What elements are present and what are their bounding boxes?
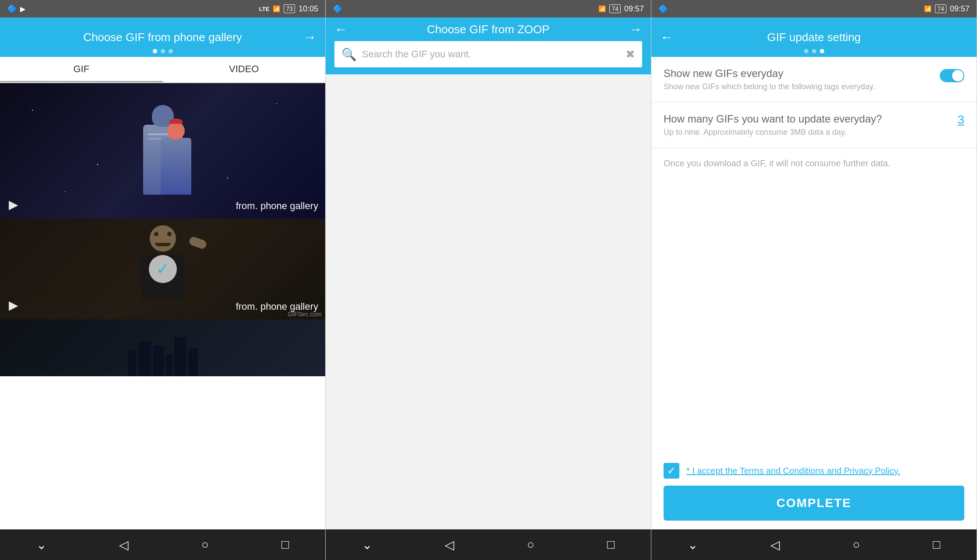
info-text: Once you download a GIF, it will not con…	[651, 148, 977, 179]
nav-recent-1[interactable]: □	[281, 538, 289, 552]
nav-chevron-2[interactable]: ⌄	[362, 538, 372, 552]
nav-recent-3[interactable]: □	[933, 538, 940, 552]
nav-chevron-3[interactable]: ⌄	[688, 538, 698, 552]
panel-gallery: 🔷 ▶ LTE 📶 73 10:05 Choose GIF from phone…	[0, 0, 326, 560]
nav-chevron-1[interactable]: ⌄	[36, 538, 46, 552]
forward-arrow-1[interactable]: →	[303, 30, 316, 45]
status-bar-2: 🔷 📶 74 09:57	[326, 0, 651, 18]
app-bar-1: Choose GIF from phone gallery →	[0, 18, 325, 57]
settings-footer: ✓ * I accept the Terms and Conditions an…	[651, 454, 977, 529]
bottom-nav-1: ⌄ ◁ ○ □	[0, 529, 325, 560]
app-icon-1: 🔷	[7, 4, 17, 14]
dot-1-2	[161, 49, 165, 53]
terms-label[interactable]: * I accept the Terms and Conditions and …	[686, 466, 900, 476]
terms-checkbox[interactable]: ✓	[664, 463, 679, 479]
setting-subtitle-how-many: Up to nine. Approximately consume 3MB da…	[664, 128, 882, 137]
signal-1: 📶	[273, 5, 280, 12]
status-bar-3: 🔷 📶 74 09:57	[651, 0, 977, 18]
page-dots-3	[804, 49, 824, 53]
app-icon-3: 🔷	[658, 4, 668, 14]
nav-back-3[interactable]: ◁	[770, 538, 780, 552]
nav-back-1[interactable]: ◁	[119, 538, 129, 552]
panel-zoop: 🔷 📶 74 09:57 ← Choose GIF from ZOOP → 🔍 …	[326, 0, 651, 560]
signal-2: 📶	[598, 5, 606, 12]
search-icon: 🔍	[341, 47, 357, 62]
search-results	[326, 74, 651, 529]
setting-text-show-gifs: Show new GIFs everyday Show new GIFs whi…	[664, 67, 875, 91]
char2	[161, 138, 191, 195]
gallery-bg-3	[0, 319, 325, 376]
tab-gif[interactable]: GIF	[0, 57, 163, 82]
nav-home-3[interactable]: ○	[853, 538, 860, 552]
search-bar-container: 🔍 Search the GIF you want. ✖	[326, 41, 651, 74]
back-arrow-3[interactable]: ←	[660, 30, 673, 45]
dot-2-3	[494, 47, 499, 52]
forward-arrow-2[interactable]: →	[629, 22, 642, 37]
back-arrow-2[interactable]: ←	[334, 22, 348, 37]
nav-back-2[interactable]: ◁	[445, 538, 454, 552]
gallery-item-1[interactable]: ▶ from. phone gallery	[0, 83, 325, 219]
tab-video[interactable]: VIDEO	[163, 57, 326, 82]
battery-2: 74	[609, 4, 621, 13]
nav-recent-2[interactable]: □	[607, 538, 615, 552]
char2-head	[167, 122, 185, 140]
terms-row: ✓ * I accept the Terms and Conditions an…	[664, 463, 964, 479]
toggle-show-gifs[interactable]	[940, 69, 964, 82]
watermark: GIFSec.com	[288, 311, 322, 318]
gallery-content: ▶ from. phone gallery	[0, 83, 325, 529]
char2-body	[161, 138, 191, 195]
gallery-item-2[interactable]: ✓ ▶ from. phone gallery GIFSec.com	[0, 219, 325, 319]
page-dots-2	[478, 47, 499, 52]
bottom-nav-2: ⌄ ◁ ○ □	[326, 529, 651, 560]
battery-1: 73	[284, 4, 295, 13]
app-bar-3: ← GIF update setting	[651, 18, 977, 57]
gallery-label-1: from. phone gallery	[236, 200, 318, 212]
time-1: 10:05	[299, 4, 318, 14]
setting-row-how-many: How many GIFs you want to update everyda…	[651, 102, 977, 148]
nav-home-1[interactable]: ○	[201, 538, 209, 552]
complete-button[interactable]: COMPLETE	[664, 486, 964, 521]
play-button-1[interactable]: ▶	[9, 197, 18, 212]
tabs-1: GIF VIDEO	[0, 57, 325, 83]
setting-value-how-many[interactable]: 3	[957, 113, 964, 127]
gallery-item-3[interactable]	[0, 319, 325, 376]
app-bar-title-2: Choose GIF from ZOOP	[326, 23, 651, 36]
network-type-1: LTE	[259, 6, 270, 12]
app-icon-2: 🔷	[333, 4, 342, 14]
toggle-knob	[952, 70, 963, 81]
dot-2-1	[478, 47, 483, 52]
gallery-bg-1	[0, 83, 325, 219]
dot-3-3	[820, 49, 824, 53]
settings-spacer	[651, 179, 977, 454]
setting-title-show-gifs: Show new GIFs everyday	[664, 67, 875, 80]
time-3: 09:57	[950, 4, 970, 14]
app-bar-2: ← Choose GIF from ZOOP → 🔍 Search the GI…	[326, 18, 651, 74]
status-left-3: 🔷	[658, 4, 668, 14]
play-button-2[interactable]: ▶	[9, 298, 18, 312]
setting-title-how-many: How many GIFs you want to update everyda…	[664, 113, 882, 125]
dot-3-2	[812, 49, 816, 53]
bottom-nav-3: ⌄ ◁ ○ □	[651, 529, 977, 560]
app-bar-title-1: Choose GIF from phone gallery	[0, 31, 325, 44]
app-bar-title-3: GIF update setting	[651, 31, 977, 44]
dot-2-2	[486, 47, 491, 52]
panel-settings: 🔷 📶 74 09:57 ← GIF update setting Show n…	[651, 0, 977, 560]
dot-3-1	[804, 49, 808, 53]
settings-content: Show new GIFs everyday Show new GIFs whi…	[651, 57, 977, 529]
signal-3: 📶	[924, 5, 931, 12]
selected-check: ✓	[149, 255, 177, 283]
setting-subtitle-show-gifs: Show new GIFs which belong to the follow…	[664, 82, 875, 91]
dot-1-3	[169, 49, 173, 53]
setting-text-how-many: How many GIFs you want to update everyda…	[664, 113, 882, 137]
page-dots-1	[153, 49, 173, 53]
nav-home-2[interactable]: ○	[527, 538, 534, 552]
battery-3: 74	[935, 4, 946, 13]
play-icon-1: ▶	[20, 5, 25, 13]
dot-1-1	[153, 49, 157, 53]
time-2: 09:57	[624, 4, 644, 14]
status-left-1: 🔷 ▶	[7, 4, 25, 14]
clear-icon[interactable]: ✖	[626, 48, 635, 61]
setting-row-show-gifs: Show new GIFs everyday Show new GIFs whi…	[651, 57, 977, 102]
status-bar-1: 🔷 ▶ LTE 📶 73 10:05	[0, 0, 325, 18]
search-bar[interactable]: 🔍 Search the GIF you want. ✖	[334, 41, 642, 67]
